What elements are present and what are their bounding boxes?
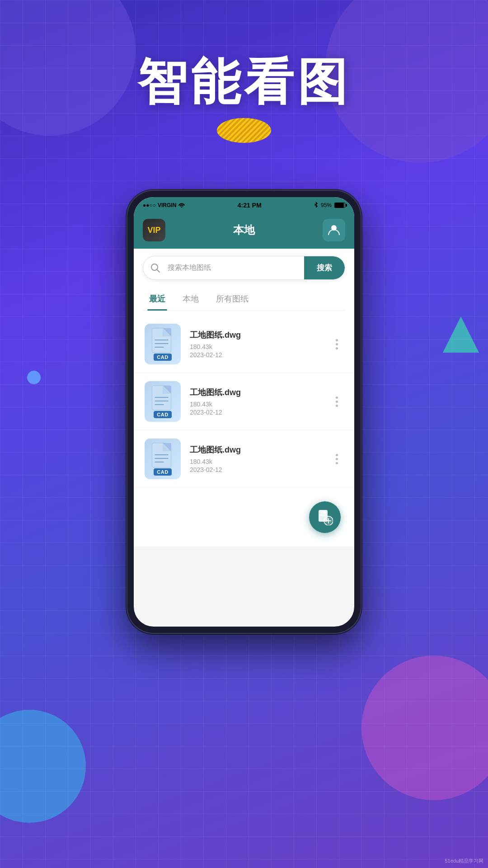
dot-1 (336, 339, 338, 341)
document-icon (150, 442, 175, 472)
page-title: 本地 (233, 223, 255, 237)
signal-dots: ●●○○ (143, 202, 156, 208)
file-date: 2023-02-12 (190, 466, 321, 473)
status-time: 4:21 PM (238, 202, 262, 209)
add-file-icon (317, 509, 333, 525)
bg-decoration-bottom-left (0, 710, 86, 823)
file-icon: CAD (145, 381, 181, 422)
title-decoration (217, 118, 271, 145)
user-icon (327, 223, 341, 237)
tabs-section: 最近 本地 所有图纸 (134, 287, 354, 311)
dot-3 (336, 405, 338, 407)
file-info: 工地图纸.dwg 180.43k 2023-02-12 (190, 330, 321, 359)
bg-decoration-triangle (443, 316, 479, 353)
carrier-name: VIRGIN (158, 202, 176, 208)
file-icon: CAD (145, 324, 181, 364)
app-header: VIP 本地 (134, 213, 354, 249)
document-icon (150, 327, 175, 357)
file-icon: CAD (145, 439, 181, 479)
dot-1 (336, 454, 338, 456)
tab-recent[interactable]: 最近 (147, 287, 167, 311)
file-name: 工地图纸.dwg (190, 330, 321, 340)
bg-decoration-dot (27, 371, 41, 384)
list-item[interactable]: CAD 工地图纸.dwg 180.43k 2023-02-12 (134, 316, 354, 373)
phone-screen: ●●○○ VIRGIN 4:21 PM 95% (134, 197, 354, 627)
file-size: 180.43k (190, 401, 321, 408)
search-input[interactable]: 搜索本地图纸 (168, 258, 304, 278)
status-left: ●●○○ VIRGIN (143, 202, 185, 209)
file-name: 工地图纸.dwg (190, 444, 321, 455)
dot-2 (336, 401, 338, 403)
search-icon-wrap (143, 258, 168, 278)
file-info: 工地图纸.dwg 180.43k 2023-02-12 (190, 444, 321, 473)
search-section: 搜索本地图纸 搜索 (134, 249, 354, 287)
tabs-row: 最近 本地 所有图纸 (143, 287, 345, 311)
watermark: 51edu精品学习网 (445, 858, 483, 864)
search-bar: 搜索本地图纸 搜索 (143, 256, 345, 280)
dot-3 (336, 347, 338, 349)
search-icon (150, 263, 160, 273)
document-icon (150, 385, 175, 414)
user-profile-button[interactable] (323, 219, 345, 241)
title-section: 智能看图 (0, 54, 488, 145)
file-date: 2023-02-12 (190, 409, 321, 416)
tab-local[interactable]: 本地 (181, 287, 201, 311)
file-date: 2023-02-12 (190, 351, 321, 359)
file-menu-button[interactable] (330, 396, 343, 407)
battery-icon (334, 203, 345, 208)
file-size: 180.43k (190, 343, 321, 350)
fab-container (134, 492, 354, 547)
list-item[interactable]: CAD 工地图纸.dwg 180.43k 2023-02-12 (134, 373, 354, 430)
gold-ellipse (217, 118, 271, 143)
vip-button[interactable]: VIP (143, 219, 165, 241)
tab-all[interactable]: 所有图纸 (214, 287, 250, 311)
phone-mockup: ●●○○ VIRGIN 4:21 PM 95% (127, 190, 361, 634)
dot-1 (336, 396, 338, 399)
phone-frame: ●●○○ VIRGIN 4:21 PM 95% (127, 190, 361, 634)
file-menu-button[interactable] (330, 454, 343, 464)
dot-2 (336, 343, 338, 345)
dot-3 (336, 462, 338, 464)
bluetooth-icon (314, 202, 318, 209)
file-name: 工地图纸.dwg (190, 387, 321, 398)
bg-decoration-bottom-right (361, 656, 488, 800)
vip-label: VIP (147, 226, 160, 235)
wifi-icon (178, 202, 185, 209)
status-bar: ●●○○ VIRGIN 4:21 PM 95% (134, 197, 354, 213)
search-button[interactable]: 搜索 (304, 256, 345, 279)
add-file-button[interactable] (309, 501, 341, 533)
battery-fill (335, 203, 344, 208)
svg-line-2 (157, 269, 160, 272)
battery-percent: 95% (321, 202, 332, 208)
file-info: 工地图纸.dwg 180.43k 2023-02-12 (190, 387, 321, 416)
status-right: 95% (314, 202, 345, 209)
dot-2 (336, 458, 338, 460)
file-menu-button[interactable] (330, 339, 343, 349)
file-size: 180.43k (190, 458, 321, 465)
file-list: CAD 工地图纸.dwg 180.43k 2023-02-12 (134, 311, 354, 492)
list-item[interactable]: CAD 工地图纸.dwg 180.43k 2023-02-12 (134, 430, 354, 488)
main-title: 智能看图 (0, 54, 488, 109)
